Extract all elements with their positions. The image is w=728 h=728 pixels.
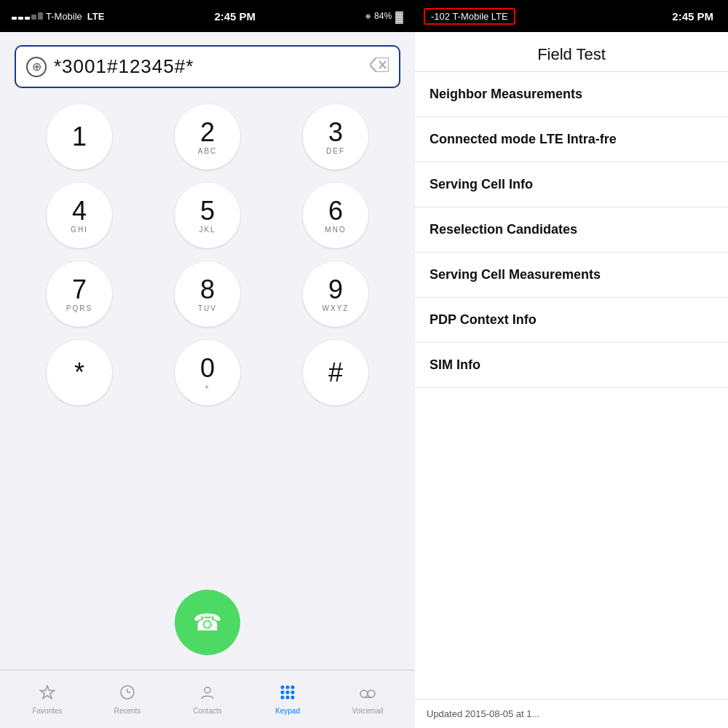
svg-point-6 xyxy=(281,685,285,689)
dialer-panel: T-Mobile LTE 2:45 PM ⎈ 84% ▓ ⊕ *3001#123… xyxy=(0,0,415,728)
key-6-label: 6 xyxy=(328,198,343,224)
svg-point-10 xyxy=(286,690,290,694)
menu-item-5-label: PDP Context Info xyxy=(430,312,537,327)
menu-item-3-label: Reselection Candidates xyxy=(430,222,577,237)
tab-bar: FavoritesRecentsContacts KeypadVoicemail xyxy=(0,670,415,728)
key-6-sublabel: MNO xyxy=(325,226,346,234)
dial-input-box: ⊕ *3001#12345#* xyxy=(15,45,400,88)
tab-recents[interactable]: Recents xyxy=(87,684,167,715)
menu-item-0-label: Neighbor Measurements xyxy=(430,87,582,101)
key-9-button[interactable]: 9WXYZ xyxy=(303,261,368,327)
key-7-button[interactable]: 7PQRS xyxy=(47,261,112,327)
right-time-label: 2:45 PM xyxy=(672,10,713,23)
add-contact-icon[interactable]: ⊕ xyxy=(26,57,47,77)
key-2-sublabel: ABC xyxy=(198,147,218,155)
svg-point-9 xyxy=(281,690,285,694)
key-8-sublabel: TUV xyxy=(198,304,217,312)
menu-item-2[interactable]: Serving Cell Info xyxy=(415,162,728,207)
menu-item-4[interactable]: Serving Cell Measurements xyxy=(415,253,728,298)
key-7-sublabel: PQRS xyxy=(66,304,92,312)
key-9-sublabel: WXYZ xyxy=(323,304,349,312)
time-label: 2:45 PM xyxy=(214,10,256,23)
key-4-sublabel: GHI xyxy=(71,226,88,234)
key-9-label: 9 xyxy=(328,277,343,303)
key-#-button[interactable]: # xyxy=(303,340,368,405)
key-*-button[interactable]: * xyxy=(47,340,112,405)
key-5-label: 5 xyxy=(200,198,215,224)
svg-point-11 xyxy=(291,690,295,694)
svg-point-16 xyxy=(368,690,375,697)
key-3-label: 3 xyxy=(328,119,343,146)
tab-favorites-icon xyxy=(39,684,55,705)
svg-point-8 xyxy=(291,685,295,689)
key-5-sublabel: JKL xyxy=(199,226,215,234)
tab-favorites[interactable]: Favorites xyxy=(7,684,87,715)
key-3-button[interactable]: 3DEF xyxy=(303,104,368,170)
svg-point-12 xyxy=(281,695,285,699)
tab-keypad-label: Keypad xyxy=(275,707,300,715)
tab-contacts[interactable]: Contacts xyxy=(167,684,248,715)
key-4-button[interactable]: 4GHI xyxy=(47,183,112,248)
field-test-status-bar: -102 T-Mobile LTE 2:45 PM xyxy=(415,0,728,32)
key-6-button[interactable]: 6MNO xyxy=(303,183,368,248)
field-test-panel: -102 T-Mobile LTE 2:45 PM Field Test Nei… xyxy=(415,0,728,728)
key-0-button[interactable]: 0+ xyxy=(175,340,240,405)
key-4-label: 4 xyxy=(72,198,87,224)
menu-item-2-label: Serving Cell Info xyxy=(430,177,533,191)
signal-strength-icon xyxy=(12,12,43,20)
menu-item-4-label: Serving Cell Measurements xyxy=(430,267,601,282)
tab-contacts-icon xyxy=(199,684,215,705)
tab-recents-icon xyxy=(119,684,135,705)
key-0-sublabel: + xyxy=(205,383,210,391)
key-1-label: 1 xyxy=(72,124,87,150)
carrier-badge: -102 T-Mobile LTE xyxy=(424,8,515,25)
clear-icon[interactable] xyxy=(370,58,389,76)
status-bar-right-icons: ⎈ 84% ▓ xyxy=(365,10,403,23)
bluetooth-icon: ⎈ xyxy=(365,11,371,21)
key-3-sublabel: DEF xyxy=(326,147,345,155)
field-test-title: Field Test xyxy=(415,32,728,72)
keypad: 12ABC3DEF4GHI5JKL6MNO7PQRS8TUV9WXYZ*0+# xyxy=(0,97,415,582)
menu-item-1-label: Connected mode LTE Intra-fre xyxy=(430,132,617,146)
svg-point-7 xyxy=(286,685,290,689)
key-5-button[interactable]: 5JKL xyxy=(175,183,240,248)
key-0-label: 0 xyxy=(200,355,215,381)
key-1-button[interactable]: 1 xyxy=(47,104,112,170)
menu-item-0[interactable]: Neighbor Measurements xyxy=(415,72,728,117)
tab-favorites-label: Favorites xyxy=(32,707,62,715)
status-bar-carrier: T-Mobile LTE xyxy=(12,11,104,22)
tab-voicemail-icon xyxy=(360,684,376,705)
tab-keypad-icon xyxy=(280,684,296,705)
tab-keypad[interactable]: Keypad xyxy=(248,684,328,715)
key-2-label: 2 xyxy=(200,119,215,146)
svg-point-5 xyxy=(205,687,210,693)
carrier-label: T-Mobile xyxy=(46,11,82,22)
menu-item-6-label: SIM Info xyxy=(430,357,480,372)
key-8-label: 8 xyxy=(200,277,215,303)
key-7-label: 7 xyxy=(72,277,87,303)
call-button-row: ☎ xyxy=(0,582,415,670)
call-button[interactable]: ☎ xyxy=(175,590,240,655)
menu-item-1[interactable]: Connected mode LTE Intra-fre xyxy=(415,117,728,162)
battery-label: 84% xyxy=(374,11,392,21)
field-test-menu: Neighbor MeasurementsConnected mode LTE … xyxy=(415,72,728,699)
tab-recents-label: Recents xyxy=(114,707,141,715)
svg-point-14 xyxy=(291,695,295,699)
dial-input-container: ⊕ *3001#12345#* xyxy=(0,32,415,97)
svg-point-15 xyxy=(360,690,368,697)
status-bar-left: T-Mobile LTE 2:45 PM ⎈ 84% ▓ xyxy=(0,0,415,32)
dial-display: *3001#12345#* xyxy=(54,55,363,78)
battery-icon: ▓ xyxy=(395,10,403,23)
tab-voicemail-label: Voicemail xyxy=(352,707,384,715)
key-#-label: # xyxy=(328,360,343,386)
footer-note: Updated 2015-08-05 at 1... xyxy=(415,699,728,728)
key-*-label: * xyxy=(74,360,84,386)
key-2-button[interactable]: 2ABC xyxy=(175,104,240,170)
menu-item-6[interactable]: SIM Info xyxy=(415,343,728,388)
svg-point-13 xyxy=(286,695,290,699)
key-8-button[interactable]: 8TUV xyxy=(175,261,240,327)
menu-item-5[interactable]: PDP Context Info xyxy=(415,298,728,343)
menu-item-3[interactable]: Reselection Candidates xyxy=(415,207,728,253)
network-label: LTE xyxy=(87,11,105,22)
tab-voicemail[interactable]: Voicemail xyxy=(328,684,408,715)
